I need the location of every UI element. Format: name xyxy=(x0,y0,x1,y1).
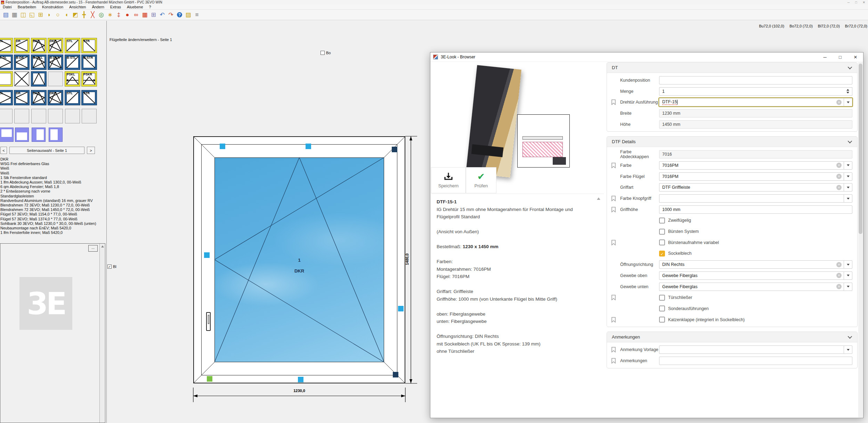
combo-field-anmerkung-vorlage[interactable] xyxy=(659,345,844,354)
pruefen-button[interactable]: ✔ Prüfen xyxy=(466,167,496,193)
checkbox-b-rsten-system[interactable] xyxy=(659,229,665,235)
menu-aluebene[interactable]: Aluebene xyxy=(127,5,143,9)
opening-type-blank-21[interactable] xyxy=(14,72,29,86)
checkbox-katzenklappe-integriert-in-sockelblech[interactable] xyxy=(659,317,665,323)
opening-type-dkr[interactable]: DKR xyxy=(48,38,63,53)
opening-type-str[interactable]: STR xyxy=(82,38,97,53)
measure-icon[interactable]: ╋ xyxy=(80,11,88,19)
dialog-maximize-button[interactable]: □ xyxy=(833,52,848,62)
opening-type-dkl[interactable]: DKL xyxy=(31,90,46,105)
dropdown-button-farbe[interactable] xyxy=(844,161,852,170)
dropdown-button-farbe-knopfgriff[interactable] xyxy=(844,194,852,203)
spinner-down-icon[interactable] xyxy=(846,92,849,93)
dialog-minimize-button[interactable]: ─ xyxy=(817,52,833,62)
clear-icon[interactable]: × xyxy=(836,262,842,267)
combo-field-dreht-r-ausf-hrung[interactable]: DTF-15× xyxy=(659,98,844,106)
opening-type-dkr[interactable]: DKR xyxy=(48,90,63,105)
more-options-button[interactable]: ... xyxy=(88,245,98,252)
input-kundenposition[interactable] xyxy=(659,76,852,84)
dialog-close-button[interactable]: ✕ xyxy=(848,52,863,62)
new-position-icon[interactable]: ▤ xyxy=(1,11,10,19)
redo-icon[interactable]: ↷ xyxy=(167,11,175,19)
selection-marker-cyan[interactable] xyxy=(298,377,303,382)
opening-type-b-str[interactable]: B-STR xyxy=(82,55,97,70)
report-icon[interactable]: ▨ xyxy=(184,11,193,19)
scrollbar-thumb[interactable] xyxy=(859,64,862,234)
bookmark-icon[interactable] xyxy=(611,295,620,300)
combo-field-farbe-fl-gel[interactable]: 7016PM× xyxy=(659,172,844,181)
bookmark-icon[interactable] xyxy=(611,358,620,364)
spinner-field-menge[interactable]: 1 xyxy=(659,87,844,96)
opening-type-b-stl[interactable]: B-STL xyxy=(65,55,80,70)
opening-type-blank-20[interactable] xyxy=(0,72,13,86)
bookmark-icon[interactable] xyxy=(611,196,620,201)
minimize-button[interactable]: ─ xyxy=(847,1,850,4)
dropdown-button-anmerkung-vorlage[interactable] xyxy=(844,345,852,354)
menu-bearbeiten[interactable]: Bearbeiten xyxy=(18,5,36,9)
checkbox-t-rschlie-er[interactable] xyxy=(659,295,665,301)
profile-shape-d-icon[interactable]: ◗ xyxy=(45,11,54,19)
clear-icon[interactable]: × xyxy=(836,174,842,179)
frame-side-left[interactable] xyxy=(32,128,45,141)
alu-level-icon[interactable]: ≡ xyxy=(193,11,201,19)
dropdown-button-griffart[interactable] xyxy=(844,183,852,192)
opening-type-blank-43[interactable] xyxy=(48,109,63,123)
frame-side-bottom[interactable] xyxy=(0,128,13,141)
opening-type-dr[interactable]: DR xyxy=(14,90,29,105)
open-window-icon[interactable]: ◱ xyxy=(27,11,36,19)
dropdown-button-farbe-fl-gel[interactable] xyxy=(844,172,852,181)
clear-icon[interactable]: × xyxy=(836,163,842,168)
profile-shape-p-icon[interactable]: ◖ xyxy=(62,11,71,19)
bookmark-icon[interactable] xyxy=(611,317,620,323)
speichern-button[interactable]: Speichern xyxy=(431,167,466,193)
bookmark-icon[interactable] xyxy=(611,99,620,105)
opening-type-b-dr[interactable]: B-DR xyxy=(14,55,29,70)
combo-field-gewebe-oben[interactable]: Gewebe Fiberglas× xyxy=(659,271,844,280)
opening-type-blank-40[interactable] xyxy=(0,109,13,123)
checkbox-sonderausf-hrungen[interactable] xyxy=(659,306,665,311)
combo-field-gewebe-unten[interactable]: Gewebe Fiberglas× xyxy=(659,283,844,291)
selection-marker-cyan[interactable] xyxy=(204,252,210,258)
delete-icon[interactable]: ╳ xyxy=(88,11,97,19)
opening-type-blank-45[interactable] xyxy=(82,109,97,123)
corner-section-icon[interactable]: ◩ xyxy=(71,11,80,19)
opening-type-b-dkr[interactable]: B-DKR xyxy=(48,55,63,70)
input-anmerkungen[interactable] xyxy=(659,357,852,365)
window-cross-icon[interactable]: ⊞ xyxy=(36,11,45,19)
magic-wand-icon[interactable]: ∗ xyxy=(106,11,114,19)
spinner-buttons[interactable] xyxy=(844,87,852,96)
opening-type-str[interactable]: STR xyxy=(82,90,97,105)
table-export-icon[interactable]: ▦ xyxy=(140,11,149,19)
opening-type-blank-22[interactable] xyxy=(31,72,46,86)
dropdown-button-gewebe-oben[interactable] xyxy=(844,271,852,280)
bookmark-icon[interactable] xyxy=(611,207,620,212)
selection-marker-navy[interactable] xyxy=(392,147,397,152)
page-next-button[interactable]: > xyxy=(87,147,95,154)
clear-icon[interactable]: × xyxy=(836,273,842,278)
bo-checkbox[interactable] xyxy=(321,51,325,55)
undo-icon[interactable]: ↶ xyxy=(158,11,167,19)
menu-datei[interactable]: Datei xyxy=(3,5,12,9)
maximize-button[interactable]: □ xyxy=(855,1,857,4)
profile-shape-o-icon[interactable]: ○ xyxy=(54,11,62,19)
position-properties-icon[interactable]: ▦ xyxy=(10,11,19,19)
menu-help[interactable]: ? xyxy=(149,5,151,9)
frame-side-right[interactable] xyxy=(49,128,62,141)
selection-marker-cyan[interactable] xyxy=(398,306,404,311)
combo-field-ffnungsrichtung[interactable]: DIN Rechts× xyxy=(659,260,844,269)
calculator-icon[interactable]: ⊞ xyxy=(149,11,158,19)
page-prev-button[interactable]: < xyxy=(0,147,7,154)
help-icon[interactable]: ? xyxy=(175,11,184,19)
selection-marker-navy[interactable] xyxy=(393,372,398,377)
dropdown-button-dreht-r-ausf-hrung[interactable] xyxy=(844,98,852,106)
selection-marker-cyan[interactable] xyxy=(306,144,311,149)
opening-type-dkl[interactable]: DKL xyxy=(31,38,46,53)
input-griffh-he[interactable]: 1000 mm xyxy=(659,205,852,214)
bookmark-icon[interactable] xyxy=(611,163,620,168)
dialog-scrollbar[interactable] xyxy=(858,62,863,417)
bookmark-icon[interactable] xyxy=(611,347,620,352)
section-header-dtf-details[interactable]: DTF Details xyxy=(607,137,857,147)
description-scroll-up-icon[interactable] xyxy=(597,197,600,200)
opening-type-blank-42[interactable] xyxy=(31,109,46,123)
tools-icon[interactable]: ‡ xyxy=(114,11,123,19)
